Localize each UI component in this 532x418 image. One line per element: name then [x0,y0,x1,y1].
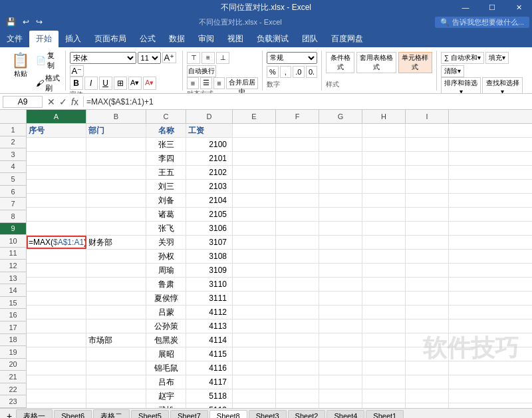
row-header-7[interactable]: 7 [0,198,27,210]
cell-f8[interactable] [276,222,319,235]
cell-f13[interactable] [276,292,319,305]
cell-d2[interactable]: 2100 [186,138,233,151]
row-header-15[interactable]: 15 [0,297,27,310]
cell-f12[interactable] [276,278,319,291]
cell-i19[interactable] [406,375,449,389]
find-select-button[interactable]: 查找和选择▾ [482,77,523,95]
row-header-18[interactable]: 18 [0,334,27,347]
cell-c2[interactable]: 张三 [146,138,186,151]
cell-a16[interactable] [27,333,86,347]
cell-g6[interactable] [319,194,362,207]
add-sheet-button[interactable]: + [3,409,16,419]
tab-formulas[interactable]: 公式 [133,31,162,47]
col-header-i[interactable]: I [406,110,449,123]
cell-b21[interactable] [86,403,146,408]
cell-b7[interactable] [86,208,146,221]
cell-c9[interactable]: 关羽 [146,236,186,249]
col-header-b[interactable]: B [86,110,146,123]
row-header-13[interactable]: 13 [0,272,27,285]
cell-a4[interactable] [27,166,86,179]
cell-b14[interactable] [86,306,146,319]
cell-h21[interactable] [362,403,406,408]
cell-d3[interactable]: 2101 [186,152,233,165]
sheet-tab-sheet2[interactable]: Sheet2 [288,410,326,418]
cell-i21[interactable] [406,403,449,408]
cell-i10[interactable] [406,250,449,263]
cell-e8[interactable] [233,222,276,235]
col-header-f[interactable]: F [276,110,319,123]
cell-f6[interactable] [276,194,319,207]
cell-g12[interactable] [319,278,362,291]
cell-d18[interactable]: 4116 [186,361,233,375]
cell-b12[interactable] [86,278,146,291]
cell-g4[interactable] [319,166,362,179]
cell-i3[interactable] [406,152,449,165]
align-bottom-button[interactable]: ⊥ [216,52,229,64]
sheet-tab-biaoge1[interactable]: 表格一 [16,409,53,419]
cell-d6[interactable]: 2104 [186,194,233,207]
cell-f11[interactable] [276,264,319,277]
tab-baidu[interactable]: 百度网盘 [325,31,370,47]
cell-f4[interactable] [276,166,319,179]
cell-c4[interactable]: 王五 [146,166,186,179]
cell-h12[interactable] [362,278,406,291]
row-header-8[interactable]: 8 [0,210,27,223]
cell-g18[interactable] [319,361,362,375]
cell-b13[interactable] [86,292,146,305]
cell-e17[interactable] [233,347,276,361]
cell-i6[interactable] [406,194,449,207]
cell-i12[interactable] [406,278,449,291]
cell-c20[interactable]: 赵宇 [146,389,186,403]
cell-c21[interactable]: 武松 [146,403,186,408]
cell-h18[interactable] [362,361,406,375]
sheet-tab-sheet3[interactable]: Sheet3 [249,410,287,418]
tab-home[interactable]: 开始 [29,31,59,47]
cell-a18[interactable] [27,361,86,375]
cell-a8[interactable] [27,222,86,235]
cell-d15[interactable]: 4113 [186,319,233,333]
cell-d8[interactable]: 3106 [186,222,233,235]
cell-c15[interactable]: 公孙策 [146,319,186,333]
tab-load-test[interactable]: 负载测试 [250,31,295,47]
tab-file[interactable]: 文件 [0,31,29,47]
cell-g8[interactable] [319,222,362,235]
cell-c1[interactable]: 名称 [146,124,186,137]
cell-h9[interactable] [362,236,406,249]
cell-g17[interactable] [319,347,362,361]
cell-g5[interactable] [319,180,362,193]
cell-c13[interactable]: 夏侯惇 [146,292,186,305]
cell-h6[interactable] [362,194,406,207]
clear-button[interactable]: 清除▾ [441,65,464,77]
cell-e15[interactable] [233,319,276,333]
cell-e2[interactable] [233,138,276,151]
sheet-tab-biaoge2[interactable]: 表格二 [93,409,130,419]
cell-d1[interactable]: 工资 [186,124,233,137]
cell-d4[interactable]: 2102 [186,166,233,179]
cell-a12[interactable] [27,278,86,291]
col-header-g[interactable]: G [319,110,362,123]
cell-i14[interactable] [406,306,449,319]
cell-e16[interactable] [233,333,276,347]
font-size-select[interactable]: 11 [138,52,161,64]
cell-i2[interactable] [406,138,449,151]
font-color-button[interactable]: A▾ [143,77,156,90]
cell-g2[interactable] [319,138,362,151]
sheet-tab-sheet7[interactable]: Sheet7 [170,410,208,418]
cell-e18[interactable] [233,361,276,375]
increase-decimal-button[interactable]: .0 [293,66,305,78]
row-header-12[interactable]: 12 [0,260,27,272]
cell-d12[interactable]: 3110 [186,278,233,291]
bold-button[interactable]: B [70,77,83,90]
cell-b5[interactable] [86,180,146,193]
cell-b18[interactable] [86,361,146,375]
merge-center-button[interactable]: 合并后居中 [226,77,258,89]
cell-i5[interactable] [406,180,449,193]
cell-b3[interactable] [86,152,146,165]
tab-view[interactable]: 视图 [221,31,250,47]
cell-a11[interactable] [27,264,86,277]
cut-button[interactable]: ✂ 剪切 [34,47,63,49]
cell-d9[interactable]: 3107 [186,236,233,249]
comma-button[interactable]: , [280,66,292,78]
cell-c3[interactable]: 李四 [146,152,186,165]
row-header-17[interactable]: 17 [0,321,27,334]
